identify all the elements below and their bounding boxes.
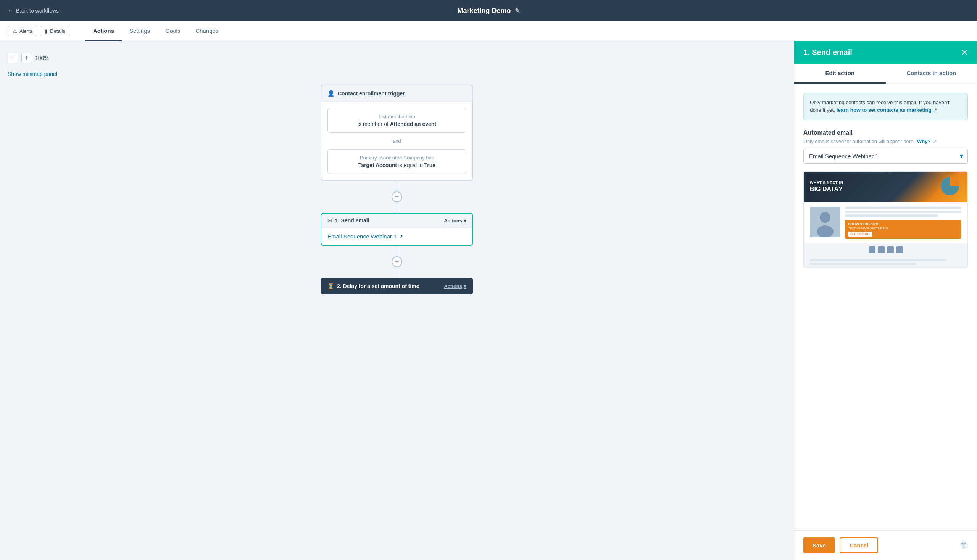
connector-2: + bbox=[392, 246, 402, 278]
trigger-title: Contact enrollment trigger bbox=[338, 90, 405, 97]
svg-point-2 bbox=[820, 212, 830, 223]
tab-changes[interactable]: Changes bbox=[188, 22, 226, 41]
tab-goals[interactable]: Goals bbox=[158, 22, 188, 41]
bar-chart-icon: ▮ bbox=[45, 28, 48, 34]
email-body-image bbox=[810, 207, 840, 237]
send-email-actions-button[interactable]: Actions ▾ bbox=[444, 218, 466, 223]
email-header-text: WHAT'S NEXT IN BIG DATA? bbox=[810, 180, 843, 193]
panel-footer-actions: Save Cancel bbox=[803, 537, 878, 553]
action-title: 1. Send email bbox=[335, 217, 369, 223]
top-navigation: ← Back to workflows Marketing Demo ✎ bbox=[0, 0, 977, 22]
save-button[interactable]: Save bbox=[803, 537, 835, 553]
text-line-1 bbox=[845, 207, 961, 209]
panel-tab-edit-action[interactable]: Edit action bbox=[794, 64, 886, 83]
workflow-canvas: − + 100% Show minimap panel 👤 Contact en… bbox=[0, 41, 794, 560]
marketing-contacts-info: Only marketing contacts can receive this… bbox=[803, 93, 968, 120]
alerts-button[interactable]: ⚠ Alerts bbox=[8, 26, 37, 36]
zoom-out-button[interactable]: − bbox=[8, 53, 18, 63]
add-step-button-2[interactable]: + bbox=[392, 257, 402, 267]
action-header: ✉ 1. Send email Actions ▾ bbox=[321, 213, 473, 228]
trigger-body: List membership is member of Attended an… bbox=[321, 102, 473, 180]
connector-line-1 bbox=[396, 181, 397, 192]
tab-actions[interactable]: Actions bbox=[85, 22, 122, 41]
condition-list-membership[interactable]: List membership is member of Attended an… bbox=[327, 108, 466, 133]
panel-tab-contacts-in-action[interactable]: Contacts in action bbox=[886, 64, 977, 83]
email-preview: EMAIL PREVIEW WHAT'S NEXT IN BIG DATA? bbox=[803, 171, 968, 268]
panel-header: 1. Send email ✕ bbox=[794, 41, 977, 64]
cancel-button[interactable]: Cancel bbox=[840, 537, 878, 553]
tab-bar: ⚠ Alerts ▮ Details Actions Settings Goal… bbox=[0, 22, 977, 41]
condition-target-account[interactable]: Primary associated Company has Target Ac… bbox=[327, 149, 466, 174]
condition-label-1: List membership bbox=[334, 114, 460, 119]
show-minimap-link[interactable]: Show minimap panel bbox=[8, 71, 786, 77]
delay-actions-button[interactable]: Actions ▾ bbox=[444, 283, 466, 289]
tab-settings[interactable]: Settings bbox=[122, 22, 158, 41]
right-panel: 1. Send email ✕ Edit action Contacts in … bbox=[794, 41, 977, 560]
delay-title: 2. Delay for a set amount of time bbox=[337, 283, 419, 289]
learn-how-link[interactable]: learn how to set contacts as marketing bbox=[837, 107, 932, 113]
linkedin-icon bbox=[887, 247, 894, 253]
connector-line-4 bbox=[396, 267, 397, 278]
main-tabs: Actions Settings Goals Changes bbox=[85, 22, 226, 41]
email-sequence-link[interactable]: Email Sequence Webinar 1 ↗ bbox=[327, 233, 466, 240]
action-header-left: ✉ 1. Send email bbox=[327, 217, 369, 223]
workflow-title: Marketing Demo ✎ bbox=[457, 7, 519, 15]
panel-tabs: Edit action Contacts in action bbox=[794, 64, 977, 84]
panel-title: 1. Send email bbox=[803, 48, 852, 57]
zoom-level-display: 100% bbox=[35, 55, 49, 61]
footer-line-2 bbox=[810, 263, 916, 265]
delay-node: ⏳ 2. Delay for a set amount of time Acti… bbox=[321, 278, 473, 295]
panel-body: Only marketing contacts can receive this… bbox=[794, 84, 977, 530]
back-to-workflows-link[interactable]: ← Back to workflows bbox=[8, 8, 59, 14]
text-line-3 bbox=[845, 214, 938, 217]
trash-icon: 🗑 bbox=[960, 541, 968, 549]
delay-header: ⏳ 2. Delay for a set amount of time Acti… bbox=[321, 278, 473, 294]
delay-icon: ⏳ bbox=[327, 283, 334, 289]
footer-line-1 bbox=[810, 259, 946, 261]
external-icon-why: ↗ bbox=[933, 138, 937, 144]
email-social-footer bbox=[804, 243, 967, 257]
send-email-node: ✉ 1. Send email Actions ▾ Email Sequence… bbox=[321, 213, 473, 246]
email-body-content: GROWTH REPORT: TEXTILE MANUFACTURING SEE… bbox=[845, 207, 961, 239]
and-separator: and bbox=[327, 137, 466, 145]
back-arrow-icon: ← bbox=[8, 8, 13, 14]
workflow-nodes: 👤 Contact enrollment trigger List member… bbox=[8, 85, 786, 317]
main-layout: − + 100% Show minimap panel 👤 Contact en… bbox=[0, 41, 977, 560]
why-link[interactable]: Why? bbox=[917, 138, 930, 144]
email-footer-text bbox=[804, 257, 967, 268]
details-button[interactable]: ▮ Details bbox=[40, 26, 70, 36]
canvas-controls: − + 100% bbox=[8, 53, 786, 63]
edit-title-icon[interactable]: ✎ bbox=[515, 7, 520, 15]
panel-close-button[interactable]: ✕ bbox=[961, 48, 968, 57]
delay-header-left: ⏳ 2. Delay for a set amount of time bbox=[327, 283, 419, 289]
automated-email-subtitle: Only emails saved for automation will ap… bbox=[803, 138, 968, 144]
email-chart-icon bbox=[939, 175, 961, 198]
email-header-section: WHAT'S NEXT IN BIG DATA? bbox=[804, 172, 967, 202]
back-label: Back to workflows bbox=[16, 8, 59, 14]
connector-line-3 bbox=[396, 246, 397, 257]
facebook-icon bbox=[868, 247, 875, 253]
connector-line-2 bbox=[396, 202, 397, 213]
svg-point-3 bbox=[817, 225, 833, 237]
person-icon: 👤 bbox=[327, 90, 335, 97]
twitter-icon bbox=[878, 247, 885, 253]
alert-icon: ⚠ bbox=[13, 28, 17, 34]
condition-value-2: Target Account is equal to True bbox=[334, 162, 460, 168]
action-body: Email Sequence Webinar 1 ↗ bbox=[321, 228, 473, 245]
chevron-down-icon-delay: ▾ bbox=[464, 283, 466, 289]
panel-footer: Save Cancel 🗑 bbox=[794, 530, 977, 560]
add-step-button-1[interactable]: + bbox=[392, 192, 402, 202]
chevron-down-icon: ▾ bbox=[464, 218, 466, 223]
header-line2: BIG DATA? bbox=[810, 185, 843, 193]
external-link-icon: ↗ bbox=[399, 234, 403, 239]
youtube-icon bbox=[896, 247, 903, 253]
delete-button[interactable]: 🗑 bbox=[960, 541, 968, 550]
growth-report-box: GROWTH REPORT: TEXTILE MANUFACTURING SEE… bbox=[845, 220, 961, 239]
connector-1: + bbox=[392, 181, 402, 213]
automated-email-title: Automated email bbox=[803, 129, 968, 136]
email-sequence-select[interactable]: Email Sequence Webinar 1 Email Sequence … bbox=[803, 149, 968, 163]
zoom-in-button[interactable]: + bbox=[22, 53, 32, 63]
email-body-section: GROWTH REPORT: TEXTILE MANUFACTURING SEE… bbox=[804, 202, 967, 243]
condition-label-2: Primary associated Company has bbox=[334, 155, 460, 161]
toolbar-buttons: ⚠ Alerts ▮ Details bbox=[8, 26, 70, 36]
